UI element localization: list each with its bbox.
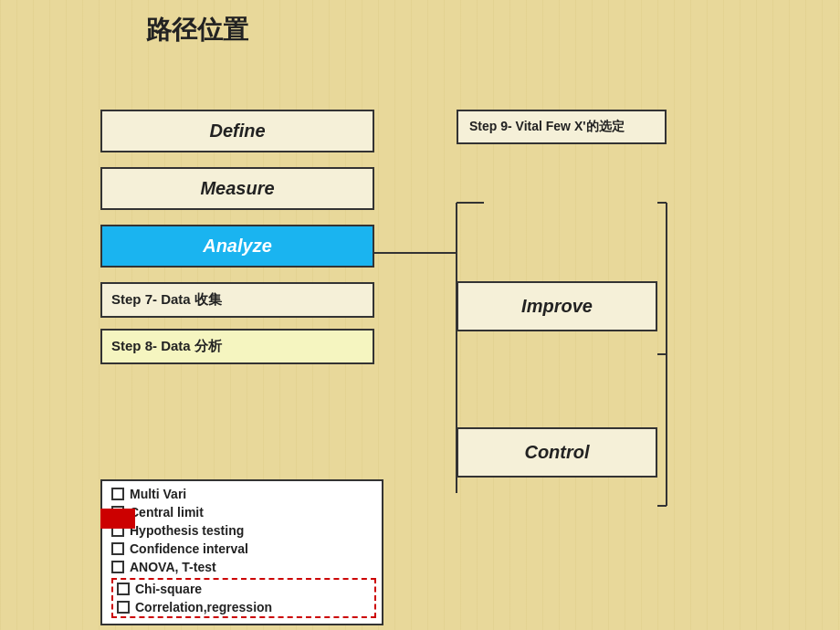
control-box: Control <box>457 427 657 478</box>
checkbox-icon <box>111 561 124 573</box>
item-label: Correlation,regression <box>135 600 272 614</box>
item-label: Chi-square <box>135 582 202 596</box>
step8-box: Step 8- Data 分析 <box>100 329 374 364</box>
dashed-section: Chi-square Correlation,regression <box>111 578 376 618</box>
checkbox-icon <box>117 601 130 614</box>
item-label: ANOVA, T-test <box>130 560 216 574</box>
analyze-box: Analyze <box>100 225 374 268</box>
checkbox-icon <box>111 542 124 555</box>
item-label: Confidence interval <box>130 541 248 556</box>
measure-box: Measure <box>100 167 374 210</box>
step7-box: Step 7- Data 收集 <box>100 282 374 318</box>
list-item: Central limit <box>111 505 376 520</box>
checklist-wrapper: Multi Vari Central limit Hypothesis test… <box>100 479 383 625</box>
improve-box: Improve <box>457 281 657 331</box>
checklist-area: Multi Vari Central limit Hypothesis test… <box>100 479 383 625</box>
item-label: Hypothesis testing <box>130 523 244 538</box>
define-box: Define <box>100 110 374 152</box>
right-column: Step 9- Vital Few X'的选定 Improve Control <box>457 110 758 478</box>
red-marker <box>100 509 135 529</box>
dashed-border: Chi-square Correlation,regression <box>111 578 376 618</box>
checkbox-icon <box>111 488 124 500</box>
left-column: Define Measure Analyze Step 7- Data 收集 S… <box>100 110 374 364</box>
list-item: Chi-square <box>117 582 371 596</box>
list-item: ANOVA, T-test <box>111 560 376 574</box>
list-item: Correlation,regression <box>117 600 371 614</box>
step9-box: Step 9- Vital Few X'的选定 <box>457 110 667 144</box>
item-label: Central limit <box>130 505 204 520</box>
list-item: Hypothesis testing <box>111 523 376 538</box>
checkbox-icon <box>117 583 130 595</box>
list-item: Confidence interval <box>111 541 376 556</box>
item-label: Multi Vari <box>130 487 186 501</box>
list-item: Multi Vari <box>111 487 376 501</box>
page-title: 路径位置 <box>146 13 248 47</box>
